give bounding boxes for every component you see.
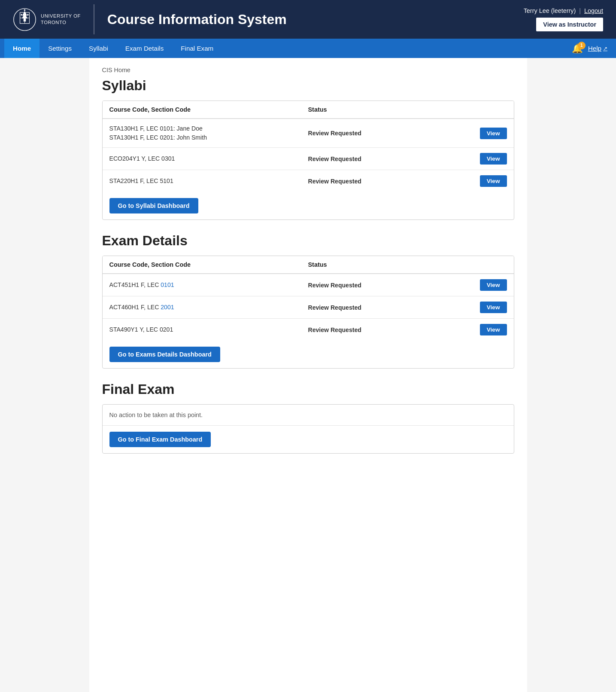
syllabi-table-header: Course Code, Section Code Status (103, 101, 514, 119)
syllabi-dashboard-button[interactable]: Go to Syllabi Dashboard (109, 198, 198, 213)
main-content: CIS Home Syllabi Course Code, Section Co… (89, 58, 527, 692)
exam-details-row-2-status: Review Requested (308, 304, 457, 311)
syllabi-row-1-course: STA130H1 F, LEC 0101: Jane Doe STA130H1 … (109, 124, 308, 142)
exam-details-row-2-view-button[interactable]: View (480, 302, 507, 313)
nav-bar: Home Settings Syllabi Exam Details Final… (0, 39, 616, 58)
exam-details-table-card: Course Code, Section Code Status ACT451H… (102, 256, 514, 369)
syllabi-row-2-action: View (457, 153, 507, 165)
syllabi-row-3-course: STA220H1 F, LEC 5101 (109, 177, 308, 186)
header-right: Terry Lee (leeterry) | Logout View as In… (524, 7, 603, 31)
exam-details-row-1: ACT451H1 F, LEC 0101 Review Requested Vi… (103, 274, 514, 296)
exam-details-row-3-action: View (457, 324, 507, 335)
nav-settings[interactable]: Settings (39, 39, 80, 58)
header-left: UNIVERSITY OF TORONTO Course Information… (13, 4, 287, 34)
logo-area: UNIVERSITY OF TORONTO (13, 8, 81, 31)
syllabi-row-2: ECO204Y1 Y, LEC 0301 Review Requested Vi… (103, 148, 514, 170)
header-title: Course Information System (107, 12, 287, 27)
exam-details-row-2: ACT460H1 F, LEC 2001 Review Requested Vi… (103, 296, 514, 319)
svg-marker-5 (22, 13, 27, 18)
exam-details-table-header: Course Code, Section Code Status (103, 256, 514, 274)
nav-exam-details[interactable]: Exam Details (117, 39, 172, 58)
exam-details-col-action (457, 261, 507, 268)
logo-text: UNIVERSITY OF TORONTO (41, 13, 81, 25)
syllabi-row-2-course: ECO204Y1 Y, LEC 0301 (109, 154, 308, 163)
notification-badge: 1 (578, 42, 586, 49)
syllabi-row-1-action: View (457, 128, 507, 139)
uoft-logo-icon (13, 8, 36, 31)
help-label: Help (588, 45, 601, 52)
syllabi-col-course: Course Code, Section Code (109, 106, 308, 113)
nav-home[interactable]: Home (4, 39, 39, 58)
nav-syllabi[interactable]: Syllabi (80, 39, 117, 58)
syllabi-section-title: Syllabi (102, 78, 514, 94)
header: UNIVERSITY OF TORONTO Course Information… (0, 0, 616, 39)
header-divider (94, 4, 94, 34)
syllabi-row-3-status: Review Requested (308, 178, 457, 185)
nav-right: 🔔 1 Help ↗ (572, 43, 612, 54)
syllabi-row-2-status: Review Requested (308, 155, 457, 162)
syllabi-row-1-status: Review Requested (308, 130, 457, 137)
exam-details-row-1-action: View (457, 279, 507, 291)
syllabi-row-3-view-button[interactable]: View (480, 175, 507, 187)
user-separator: | (579, 7, 581, 14)
syllabi-row-1: STA130H1 F, LEC 0101: Jane Doe STA130H1 … (103, 119, 514, 148)
final-exam-table-card: No action to be taken at this point. Go … (102, 404, 514, 454)
notification-bell-button[interactable]: 🔔 1 (572, 43, 583, 54)
syllabi-row-2-view-button[interactable]: View (480, 153, 507, 165)
exam-details-row-1-link[interactable]: 0101 (161, 281, 174, 288)
exam-details-dashboard-button[interactable]: Go to Exams Details Dashboard (109, 347, 220, 362)
user-info: Terry Lee (leeterry) | Logout (524, 7, 603, 14)
exam-details-row-1-status: Review Requested (308, 282, 457, 289)
exam-details-col-course: Course Code, Section Code (109, 261, 308, 268)
nav-left: Home Settings Syllabi Exam Details Final… (4, 39, 222, 58)
final-exam-no-action-text: No action to be taken at this point. (103, 405, 514, 426)
exam-details-row-1-course: ACT451H1 F, LEC 0101 (109, 280, 308, 290)
svg-rect-6 (24, 18, 26, 21)
syllabi-row-3: STA220H1 F, LEC 5101 Review Requested Vi… (103, 170, 514, 192)
syllabi-col-action (457, 106, 507, 113)
final-exam-section-title: Final Exam (102, 381, 514, 397)
breadcrumb: CIS Home (102, 67, 514, 73)
view-as-instructor-button[interactable]: View as Instructor (536, 18, 603, 31)
exam-details-col-status: Status (308, 261, 457, 268)
exam-details-row-2-link[interactable]: 2001 (161, 304, 174, 311)
exam-details-row-3-view-button[interactable]: View (480, 324, 507, 335)
external-link-icon: ↗ (603, 46, 607, 52)
help-link[interactable]: Help ↗ (588, 45, 607, 52)
nav-final-exam[interactable]: Final Exam (172, 39, 222, 58)
svg-point-9 (24, 9, 26, 11)
exam-details-row-2-course: ACT460H1 F, LEC 2001 (109, 303, 308, 312)
syllabi-col-status: Status (308, 106, 457, 113)
final-exam-dashboard-button[interactable]: Go to Final Exam Dashboard (109, 432, 211, 447)
svg-point-7 (21, 14, 22, 15)
logout-link[interactable]: Logout (584, 7, 603, 14)
syllabi-row-3-action: View (457, 175, 507, 187)
exam-details-row-2-action: View (457, 302, 507, 313)
exam-details-row-3: STA490Y1 Y, LEC 0201 Review Requested Vi… (103, 319, 514, 341)
exam-details-row-3-status: Review Requested (308, 326, 457, 333)
user-name: Terry Lee (leeterry) (524, 7, 576, 14)
syllabi-table-card: Course Code, Section Code Status STA130H… (102, 101, 514, 220)
exam-details-section-title: Exam Details (102, 233, 514, 249)
exam-details-row-1-view-button[interactable]: View (480, 279, 507, 291)
syllabi-row-1-view-button[interactable]: View (480, 128, 507, 139)
svg-point-8 (27, 14, 29, 15)
exam-details-row-3-course: STA490Y1 Y, LEC 0201 (109, 325, 308, 334)
